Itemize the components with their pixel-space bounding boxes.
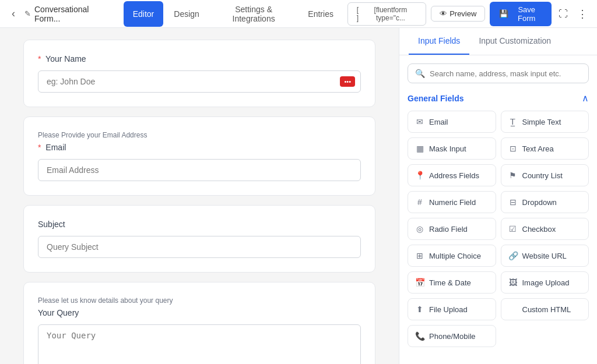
fullscreen-button[interactable]: ⛶ [556, 6, 570, 22]
tab-entries[interactable]: Entries [298, 1, 343, 27]
phone-mobile-icon: 📞 [415, 331, 424, 341]
field-item-label: Address Fields [429, 171, 479, 180]
field-item-country-list[interactable]: ⚑ Country List [501, 164, 589, 186]
required-indicator: * [38, 54, 41, 63]
field-item-simple-text[interactable]: T̲ Simple Text [501, 111, 589, 133]
field-item-phonemobile[interactable]: 📞 Phone/Mobile [408, 325, 496, 347]
field-item-dropdown[interactable]: ⊟ Dropdown [501, 191, 589, 213]
simple-text-icon: T̲ [508, 117, 518, 126]
field-item-label: Custom HTML [522, 305, 571, 314]
tab-input-customization[interactable]: Input Customization [469, 28, 560, 55]
dropdown-icon: ⊟ [508, 197, 518, 207]
field-item-label: Phone/Mobile [429, 332, 476, 341]
back-button[interactable]: ‹ [7, 5, 20, 22]
radio-field-icon: ◎ [415, 224, 424, 234]
save-button[interactable]: 💾 Save Form [490, 2, 552, 26]
field-item-label: Simple Text [522, 118, 561, 126]
name-field-more-button[interactable]: ••• [340, 76, 355, 87]
email-field-card: Please Provide your Email Address * Emai… [23, 116, 375, 196]
name-field-label: * Your Name [38, 54, 361, 63]
right-panel-tabs: Input Fields Input Customization [399, 28, 597, 55]
time-date-icon: 📅 [415, 278, 424, 287]
nav-right-actions: [ ] [fluentform type="c... 👁 Preview 💾 S… [347, 2, 590, 26]
field-item-label: Email [429, 118, 448, 126]
checkbox-icon: ☑ [508, 224, 518, 234]
name-input-wrapper: ••• [38, 70, 361, 93]
email-input[interactable] [38, 159, 361, 181]
field-item-label: Text Area [522, 144, 554, 153]
right-panel-content: 🔍 General Fields ∧ ✉ Email T̲ Simple Tex… [399, 55, 597, 364]
more-options-button[interactable]: ⋮ [575, 5, 590, 23]
name-input[interactable] [38, 70, 361, 93]
section-title: General Fields [408, 94, 463, 103]
save-icon: 💾 [499, 9, 508, 18]
tab-settings-integrations[interactable]: Settings & Integrations [210, 1, 297, 27]
query-textarea[interactable] [38, 324, 361, 364]
image-upload-icon: 🖼 [508, 278, 518, 287]
field-item-label: Country List [522, 171, 563, 180]
numeric-field-icon: # [415, 197, 424, 207]
field-search-box: 🔍 [408, 63, 589, 83]
preview-label: Preview [449, 9, 476, 18]
field-item-file-upload[interactable]: ⬆ File Upload [408, 298, 496, 320]
right-panel: Input Fields Input Customization 🔍 Gener… [399, 28, 597, 364]
field-item-time--date[interactable]: 📅 Time & Date [408, 271, 496, 294]
field-item-image-upload[interactable]: 🖼 Image Upload [501, 271, 589, 294]
tab-design[interactable]: Design [164, 1, 209, 27]
email-field-label: * Email [38, 143, 361, 152]
field-item-label: Time & Date [429, 278, 471, 287]
main-layout: * Your Name ••• Please Provide your Emai… [0, 28, 597, 364]
field-item-text-area[interactable]: ⊡ Text Area [501, 137, 589, 160]
mask-input-icon: ▦ [415, 144, 424, 153]
field-item-label: Image Upload [522, 278, 570, 287]
form-editor: * Your Name ••• Please Provide your Emai… [0, 28, 399, 364]
email-field-hint: Please Provide your Email Address [38, 131, 361, 139]
field-item-multiple-choice[interactable]: ⊞ Multiple Choice [408, 245, 496, 267]
shortcode-label: [fluentform type="c... [363, 6, 419, 22]
field-item-label: Multiple Choice [429, 252, 481, 260]
multiple-choice-icon: ⊞ [415, 251, 424, 260]
country-list-icon: ⚑ [508, 171, 518, 180]
address-fields-icon: 📍 [415, 171, 424, 180]
preview-button[interactable]: 👁 Preview [431, 6, 485, 22]
field-item-label: Numeric Field [429, 198, 476, 207]
field-item-website-url[interactable]: 🔗 Website URL [501, 245, 589, 267]
field-item-label: Dropdown [522, 198, 557, 207]
shortcode-button[interactable]: [ ] [fluentform type="c... [347, 2, 426, 26]
tab-editor[interactable]: Editor [124, 1, 164, 27]
query-field-card: Please let us know details about your qu… [23, 282, 375, 364]
general-fields-header: General Fields ∧ [408, 93, 589, 104]
field-item-email[interactable]: ✉ Email [408, 111, 496, 133]
field-item-mask-input[interactable]: ▦ Mask Input [408, 137, 496, 160]
field-item-numeric-field[interactable]: # Numeric Field [408, 191, 496, 213]
field-item-label: Checkbox [522, 225, 556, 234]
field-search-input[interactable] [430, 69, 581, 78]
search-icon: 🔍 [415, 69, 425, 78]
field-item-label: Radio Field [429, 225, 468, 234]
save-label: Save Form [511, 5, 542, 23]
text-area-icon: ⊡ [508, 144, 518, 153]
email-icon: ✉ [415, 117, 424, 126]
query-field-hint: Please let us know details about your qu… [38, 296, 361, 305]
website-url-icon: 🔗 [508, 251, 518, 260]
shortcode-bracket-icon: [ ] [355, 6, 360, 22]
subject-field-card: Subject [23, 205, 375, 273]
tab-input-fields[interactable]: Input Fields [409, 28, 469, 55]
subject-input[interactable] [38, 236, 361, 258]
field-item-label: File Upload [429, 305, 468, 314]
fields-grid: ✉ Email T̲ Simple Text ▦ Mask Input ⊡ Te… [408, 111, 589, 347]
name-field-card: * Your Name ••• [23, 40, 375, 107]
nav-tabs: Editor Design Settings & Integrations En… [124, 1, 343, 27]
field-item-custom-html[interactable]: Custom HTML [501, 298, 589, 320]
field-item-label: Mask Input [429, 144, 466, 153]
eye-icon: 👁 [440, 9, 447, 18]
field-item-address-fields[interactable]: 📍 Address Fields [408, 164, 496, 186]
field-item-checkbox[interactable]: ☑ Checkbox [501, 218, 589, 240]
subject-field-label: Subject [38, 220, 361, 229]
file-upload-icon: ⬆ [415, 305, 424, 314]
top-navigation: ‹ ✎ Conversational Form... Editor Design… [0, 0, 597, 28]
collapse-icon[interactable]: ∧ [582, 93, 589, 104]
required-indicator: * [38, 143, 41, 152]
field-item-radio-field[interactable]: ◎ Radio Field [408, 218, 496, 240]
form-title: Conversational Form... [34, 5, 112, 23]
